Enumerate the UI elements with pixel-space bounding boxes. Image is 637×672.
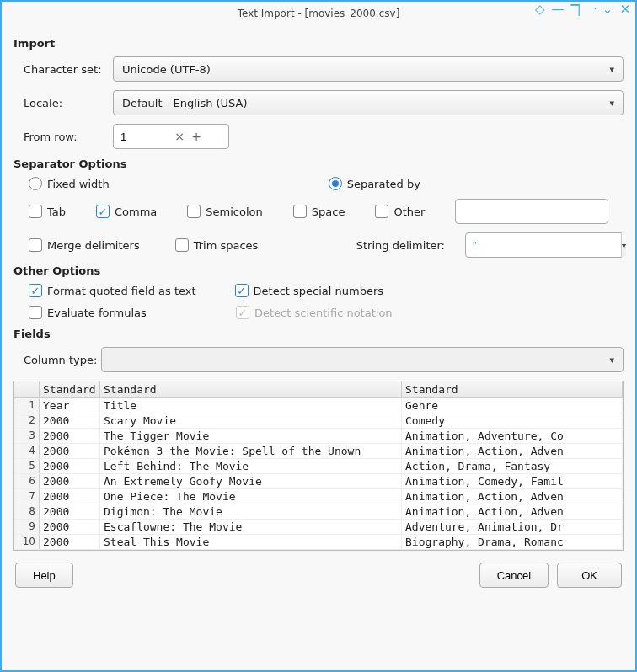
cell: 2000 [40,504,100,519]
text-import-dialog: Text Import - [movies_2000.csv] ◇ — ▔▏ ·… [0,0,637,672]
cell: Left Behind: The Movie [100,459,402,473]
cell: One Piece: The Movie [100,489,402,504]
cell: Title [100,398,402,413]
semicolon-checkbox[interactable]: Semicolon [187,205,262,218]
cell: Animation, Action, Adven [402,444,623,458]
cell: Biography, Drama, Romanc [402,535,623,549]
cell: 2000 [40,489,100,504]
other-separator-input[interactable] [455,199,608,224]
row-number: 10 [14,535,40,549]
cell: Action, Drama, Fantasy [402,459,623,473]
tab-checkbox[interactable]: Tab [29,205,66,218]
table-row[interactable]: 72000One Piece: The MovieAnimation, Acti… [14,489,623,504]
fromrow-spinbox[interactable]: × + [113,124,229,149]
cell: Genre [402,398,623,413]
fixed-width-radio[interactable]: Fixed width [29,177,110,190]
row-number: 3 [14,429,40,443]
charset-select[interactable]: Unicode (UTF-8) [113,56,624,82]
format-quoted-checkbox[interactable]: Format quoted field as text [29,284,196,297]
minimize-icon[interactable]: — [552,3,565,16]
maximize-icon[interactable]: ▔▏ [571,5,586,15]
cell: 2000 [40,413,100,428]
merge-delimiters-checkbox[interactable]: Merge delimiters [29,238,140,252]
detect-scientific-checkbox: Detect scientific notation [236,306,393,319]
row-number: 7 [14,489,40,504]
close-icon[interactable]: ✕ [619,3,630,16]
comma-checkbox[interactable]: Comma [96,205,157,218]
cell: 2000 [40,459,100,473]
cell: 2000 [40,535,100,549]
chevron-down-icon[interactable]: ▾ [621,233,626,257]
separated-by-radio[interactable]: Separated by [329,177,420,190]
row-number: 6 [14,474,40,488]
separated-by-label: Separated by [347,178,420,190]
other-options-section-title: Other Options [13,264,624,277]
window-title: Text Import - [movies_2000.csv] [238,8,400,19]
cell: 2000 [40,444,100,458]
table-row[interactable]: 22000Scary MovieComedy [14,413,623,429]
cell: Steal This Movie [100,535,402,549]
titlebar-buttons: ◇ — ▔▏ · ⌄ ✕ [535,3,630,16]
table-row[interactable]: 102000Steal This MovieBiography, Drama, … [14,535,623,550]
row-number: 8 [14,504,40,519]
row-number: 5 [14,459,40,473]
shade-icon[interactable]: ⌄ [602,3,613,16]
other-checkbox[interactable]: Other [375,205,425,218]
more-icon[interactable]: · [593,3,596,16]
keep-above-icon[interactable]: ◇ [535,3,545,16]
space-checkbox[interactable]: Space [293,205,345,218]
row-number: 9 [14,520,40,534]
col-header-2[interactable]: Standard [100,381,402,397]
string-delimiter-input[interactable] [466,239,621,252]
string-delimiter-combo[interactable]: ▾ [465,232,624,258]
column-type-label: Column type: [13,354,101,366]
spin-down-icon[interactable]: × [171,130,188,143]
table-row[interactable]: 82000Digimon: The MovieAnimation, Action… [14,504,623,520]
locale-label: Locale: [13,97,113,109]
cell: Animation, Action, Adven [402,489,623,504]
cell: Adventure, Animation, Dr [402,520,623,534]
cell: Digimon: The Movie [100,504,402,519]
row-number: 4 [14,444,40,458]
table-row[interactable]: 52000Left Behind: The MovieAction, Drama… [14,459,623,474]
table-row[interactable]: 42000Pokémon 3 the Movie: Spell of the U… [14,444,623,459]
spin-up-icon[interactable]: + [188,130,205,143]
table-row[interactable]: 32000The Tigger MovieAnimation, Adventur… [14,429,623,444]
col-header-1[interactable]: Standard [40,381,100,397]
cell: Pokémon 3 the Movie: Spell of the Unown [100,444,402,458]
cell: Escaflowne: The Movie [100,520,402,534]
fields-section-title: Fields [13,328,624,340]
table-row[interactable]: 1YearTitleGenre [14,398,623,413]
trim-spaces-checkbox[interactable]: Trim spaces [175,238,259,252]
fixed-width-label: Fixed width [47,178,110,190]
preview-header: Standard Standard Standard [14,381,623,398]
cell: 2000 [40,520,100,534]
cell: Animation, Comedy, Famil [402,474,623,488]
table-row[interactable]: 92000Escaflowne: The MovieAdventure, Ani… [14,520,623,535]
evaluate-formulas-checkbox[interactable]: Evaluate formulas [29,306,197,319]
locale-select[interactable]: Default - English (USA) [113,90,624,115]
detect-special-checkbox[interactable]: Detect special numbers [235,284,383,297]
charset-label: Character set: [13,63,113,76]
cell: An Extremely Goofy Movie [100,474,402,488]
cell: Scary Movie [100,413,402,428]
cell: Year [40,398,100,413]
cell: The Tigger Movie [100,429,402,443]
cell: Comedy [402,413,623,428]
cell: Animation, Adventure, Co [402,429,623,443]
cancel-button[interactable]: Cancel [479,563,549,588]
row-number: 2 [14,413,40,428]
import-section-title: Import [13,37,624,50]
ok-button[interactable]: OK [557,563,622,588]
string-delimiter-label: String delimiter: [356,239,445,252]
row-number: 1 [14,398,40,413]
col-header-3[interactable]: Standard [402,381,623,397]
column-type-select [101,347,624,372]
fromrow-label: From row: [13,131,113,143]
titlebar: Text Import - [movies_2000.csv] ◇ — ▔▏ ·… [2,2,635,25]
fromrow-input[interactable] [120,131,171,143]
cell: 2000 [40,429,100,443]
help-button[interactable]: Help [15,563,73,588]
table-row[interactable]: 62000An Extremely Goofy MovieAnimation, … [14,474,623,489]
preview-table[interactable]: Standard Standard Standard 1YearTitleGen… [13,381,624,551]
